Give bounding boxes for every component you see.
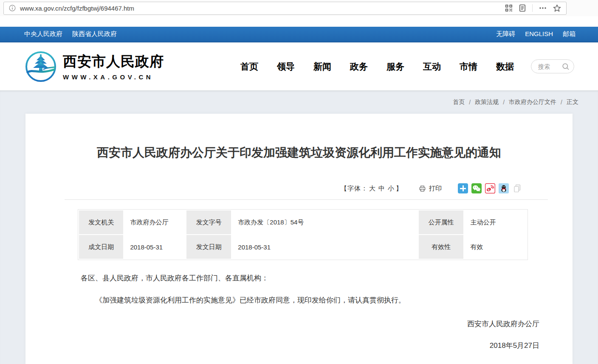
- meta-label-issue-date: 发文日期: [186, 235, 231, 259]
- link-shaanxi-gov[interactable]: 陕西省人民政府: [72, 30, 117, 38]
- print-button[interactable]: 打印: [419, 185, 442, 193]
- link-central-gov[interactable]: 中央人民政府: [24, 30, 62, 38]
- breadcrumb-separator: /: [503, 99, 505, 106]
- nav-services[interactable]: 服务: [386, 61, 404, 73]
- meta-label-document-number: 发文字号: [186, 210, 231, 234]
- article-toolbar: 【字体：大中小】 打印: [25, 183, 522, 193]
- meta-label-issuing-agency: 发文机关: [79, 210, 123, 234]
- meta-value-issue-date: 2018-05-31: [232, 235, 418, 259]
- reader-mode-icon[interactable]: [519, 4, 526, 12]
- nav-government[interactable]: 政务: [350, 61, 368, 73]
- breadcrumb-home[interactable]: 首页: [453, 98, 465, 106]
- address-bar-tools: [505, 4, 561, 12]
- article-date: 2018年5月27日: [25, 341, 539, 350]
- breadcrumb-separator: /: [561, 99, 562, 106]
- main-nav: 首页 领导 新闻 政务 服务 互动 市情 数据: [240, 61, 514, 73]
- breadcrumb-office-documents[interactable]: 市政府办公厅文件: [509, 98, 556, 106]
- search-box[interactable]: [531, 59, 574, 73]
- article-signature: 西安市人民政府办公厅: [25, 319, 539, 329]
- gov-links-bar: 中央人民政府 陕西省人民政府 无障碍 ENGLISH 邮箱: [0, 27, 598, 42]
- article-card: 西安市人民政府办公厅关于印发加强建筑垃圾资源化利用工作实施意见的通知 【字体：大…: [25, 114, 573, 364]
- nav-home[interactable]: 首页: [240, 61, 258, 73]
- share-more-icon[interactable]: [458, 183, 468, 193]
- xian-gov-logo-icon[interactable]: [24, 50, 57, 83]
- breadcrumb-current: 正文: [567, 98, 578, 106]
- meta-label-publicity: 公开属性: [419, 210, 463, 234]
- gov-links-right: 无障碍 ENGLISH 邮箱: [496, 30, 575, 38]
- link-mailbox[interactable]: 邮箱: [563, 30, 575, 38]
- info-icon[interactable]: [9, 5, 16, 11]
- weibo-share-icon[interactable]: [485, 183, 495, 193]
- nav-interaction[interactable]: 互动: [423, 61, 441, 73]
- table-row: 成文日期 2018-05-31 发文日期 2018-05-31 有效性 有效: [79, 235, 527, 259]
- meta-value-document-number: 市政办发〔2018〕54号: [232, 210, 418, 234]
- toolbar-divider-line: [65, 199, 548, 200]
- link-english[interactable]: ENGLISH: [525, 30, 553, 38]
- printer-icon: [419, 185, 426, 192]
- link-accessibility[interactable]: 无障碍: [496, 30, 515, 38]
- font-size-suffix: 】: [396, 185, 403, 192]
- nav-data[interactable]: 数据: [496, 61, 514, 73]
- nav-city-info[interactable]: 市情: [460, 61, 477, 73]
- nav-news[interactable]: 新闻: [313, 61, 331, 73]
- copy-link-icon[interactable]: [512, 183, 522, 193]
- document-meta-table: 发文机关 市政府办公厅 发文字号 市政办发〔2018〕54号 公开属性 主动公开…: [78, 209, 528, 260]
- print-label: 打印: [429, 185, 442, 193]
- nav-leaders[interactable]: 领导: [277, 61, 295, 73]
- more-menu-icon[interactable]: [539, 4, 547, 12]
- page-top-gap: [0, 16, 598, 27]
- article-paragraph-salutation: 各区、县人民政府，市人民政府各工作部门、各直属机构：: [81, 273, 539, 284]
- font-size-small-button[interactable]: 小: [388, 185, 395, 192]
- article-title: 西安市人民政府办公厅关于印发加强建筑垃圾资源化利用工作实施意见的通知: [25, 114, 573, 160]
- font-size-large-button[interactable]: 大: [369, 185, 376, 192]
- url-input[interactable]: [20, 5, 505, 12]
- meta-value-publicity: 主动公开: [464, 210, 527, 234]
- site-domain: WWW.XA.GOV.CN: [63, 73, 164, 81]
- page-content: 首页 / 政策法规 / 市政府办公厅文件 / 正文 西安市人民政府办公厅关于印发…: [0, 90, 598, 364]
- address-bar[interactable]: [3, 2, 567, 15]
- qr-code-icon[interactable]: [505, 4, 513, 12]
- site-identity[interactable]: 西安市人民政府 WWW.XA.GOV.CN: [63, 52, 164, 81]
- meta-value-validity: 有效: [464, 235, 527, 259]
- meta-label-validity: 有效性: [419, 235, 463, 259]
- toolbar-divider: [532, 4, 533, 12]
- meta-value-written-date: 2018-05-31: [124, 235, 186, 259]
- qq-share-icon[interactable]: [499, 183, 509, 193]
- font-size-control: 【字体：大中小】: [341, 185, 403, 193]
- font-size-medium-button[interactable]: 中: [378, 185, 385, 192]
- breadcrumb: 首页 / 政策法规 / 市政府办公厅文件 / 正文: [0, 90, 598, 114]
- article-paragraph-body: 《加强建筑垃圾资源化利用工作的实施意见》已经市政府同意，现印发给你们，请认真贯彻…: [81, 295, 539, 306]
- bookmark-star-icon[interactable]: [553, 4, 561, 12]
- site-name: 西安市人民政府: [63, 52, 164, 71]
- search-icon[interactable]: [562, 63, 570, 70]
- meta-label-written-date: 成文日期: [79, 235, 123, 259]
- wechat-share-icon[interactable]: [471, 183, 482, 193]
- breadcrumb-separator: /: [469, 99, 471, 106]
- meta-value-issuing-agency: 市政府办公厅: [124, 210, 186, 234]
- table-row: 发文机关 市政府办公厅 发文字号 市政办发〔2018〕54号 公开属性 主动公开: [79, 210, 527, 234]
- share-buttons: [458, 183, 522, 193]
- search-input[interactable]: [538, 63, 559, 70]
- breadcrumb-policies[interactable]: 政策法规: [475, 98, 499, 106]
- browser-toolbar: [0, 0, 598, 16]
- font-size-prefix: 【字体：: [341, 185, 368, 192]
- gov-links-left: 中央人民政府 陕西省人民政府: [24, 30, 117, 38]
- site-header: 西安市人民政府 WWW.XA.GOV.CN 首页 领导 新闻 政务 服务 互动 …: [0, 42, 598, 90]
